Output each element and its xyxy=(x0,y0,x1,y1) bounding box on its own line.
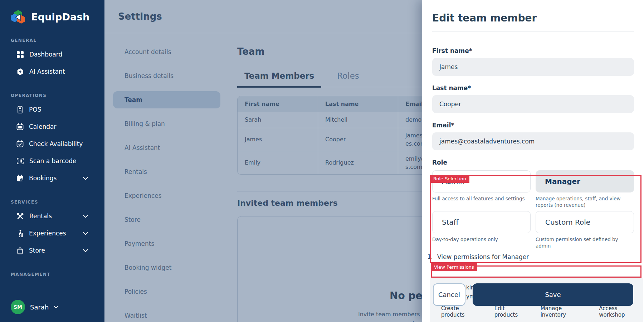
brand-name: EquipDash xyxy=(31,11,89,23)
panel-divider xyxy=(432,31,634,31)
save-button[interactable]: Save xyxy=(473,283,633,306)
chevron-down-icon xyxy=(54,306,58,308)
sidebar-item-check-availability[interactable]: Check Availability xyxy=(0,135,104,152)
first-name-label: First name* xyxy=(432,47,634,54)
sidebar-item-label: Rentals xyxy=(29,213,52,220)
view-permissions-row: 1. View permissions for Manager xyxy=(432,253,634,260)
sidebar-section-general: GENERAL xyxy=(11,38,104,43)
edit-team-member-panel: Edit team member First name* James Last … xyxy=(422,0,644,322)
calendar-icon xyxy=(16,123,24,130)
permission-item: Create products xyxy=(441,305,482,318)
sidebar-item-label: AI Assistant xyxy=(29,68,65,75)
sidebar-item-dashboard[interactable]: Dashboard xyxy=(0,46,104,63)
sidebar-item-scan-barcode[interactable]: Scan a barcode xyxy=(0,152,104,170)
sidebar-item-pos[interactable]: POS xyxy=(0,101,104,118)
calendar-check-icon xyxy=(16,140,24,147)
sidebar-item-label: Dashboard xyxy=(29,51,62,58)
sidebar-item-label: Experiences xyxy=(29,230,66,237)
role-description-custom-role: Custom permission set defined by admin xyxy=(536,233,634,244)
chevron-down-icon xyxy=(83,232,88,235)
sidebar-item-label: Scan a barcode xyxy=(29,157,76,165)
last-name-label: Last name* xyxy=(432,84,634,92)
sidebar-section-services: SERVICES xyxy=(11,200,104,205)
bookings-calendar-icon xyxy=(16,175,24,182)
role-option-admin-cell: Admin Full access to all features and se… xyxy=(432,170,531,211)
first-name-field-group: First name* James xyxy=(432,47,634,76)
role-option-admin[interactable]: Admin xyxy=(432,170,531,192)
cancel-button[interactable]: Cancel xyxy=(433,283,465,306)
paddles-icon xyxy=(16,213,24,220)
sidebar-item-label: Calendar xyxy=(29,123,56,130)
permission-item: Access workshop xyxy=(599,305,643,318)
role-option-staff-cell: Staff Day-to-day operations only xyxy=(432,211,531,244)
sidebar-item-label: Check Availability xyxy=(29,140,83,147)
user-name: Sarah xyxy=(30,303,49,311)
role-option-custom-cell: Custom Role Custom permission set define… xyxy=(536,211,634,244)
sidebar-item-label: Bookings xyxy=(29,175,57,182)
role-option-staff[interactable]: Staff xyxy=(432,211,531,233)
sidebar-item-label: Store xyxy=(29,247,45,254)
last-name-input[interactable]: Cooper xyxy=(432,95,634,113)
first-name-input[interactable]: James xyxy=(432,58,634,76)
role-description-manager: Manage operations, staff, and view repor… xyxy=(536,192,634,211)
role-option-manager-cell: Manager Manage operations, staff, and vi… xyxy=(536,170,634,211)
avatar: SM xyxy=(11,300,25,314)
last-name-field-group: Last name* Cooper xyxy=(432,84,634,113)
chevron-down-icon xyxy=(83,177,88,180)
sidebar-section-operations: OPERATIONS xyxy=(11,93,104,98)
view-permissions-link[interactable]: View permissions for Manager xyxy=(437,253,529,260)
role-option-custom-role[interactable]: Custom Role xyxy=(536,211,634,233)
user-menu[interactable]: SM Sarah xyxy=(11,300,58,314)
role-description-staff: Day-to-day operations only xyxy=(432,233,531,244)
hiker-icon xyxy=(16,230,24,237)
email-field-group: Email* james@coastaladventures.com xyxy=(432,122,634,150)
equipdash-logo-icon xyxy=(10,9,26,25)
sidebar-item-bookings[interactable]: Bookings xyxy=(0,170,104,187)
sidebar-section-management: MANAGEMENT xyxy=(11,272,104,277)
email-input[interactable]: james@coastaladventures.com xyxy=(432,132,634,150)
role-option-manager[interactable]: Manager xyxy=(536,170,634,192)
sidebar-item-rentals[interactable]: Rentals xyxy=(0,208,104,225)
view-permissions-number: 1. xyxy=(428,254,433,260)
brand-logo[interactable]: EquipDash xyxy=(0,0,104,25)
permission-item: Manage inventory xyxy=(541,305,587,318)
role-label: Role xyxy=(432,159,634,166)
shopping-bag-icon xyxy=(16,247,24,254)
sidebar-item-store[interactable]: Store xyxy=(0,242,104,259)
sidebar-item-label: POS xyxy=(29,106,41,113)
role-description-admin: Full access to all features and settings xyxy=(432,192,531,211)
dashboard-grid-icon xyxy=(16,51,24,58)
sidebar: EquipDash GENERAL Dashboard AI Assistant… xyxy=(0,0,104,322)
email-label: Email* xyxy=(432,122,634,129)
chevron-down-icon xyxy=(83,215,88,218)
barcode-scan-icon xyxy=(16,157,24,165)
sidebar-item-calendar[interactable]: Calendar xyxy=(0,118,104,135)
permissions-row: Create products Edit products Manage inv… xyxy=(430,305,643,318)
pos-terminal-icon xyxy=(16,106,24,113)
permission-item: Edit products xyxy=(494,305,528,318)
ai-assistant-icon xyxy=(16,68,24,75)
panel-title: Edit team member xyxy=(432,12,634,24)
chevron-down-icon xyxy=(83,249,88,252)
sidebar-item-ai-assistant[interactable]: AI Assistant xyxy=(0,63,104,80)
app-window: EquipDash GENERAL Dashboard AI Assistant… xyxy=(0,0,644,322)
sidebar-item-experiences[interactable]: Experiences xyxy=(0,225,104,242)
role-options: Admin Full access to all features and se… xyxy=(432,170,634,244)
